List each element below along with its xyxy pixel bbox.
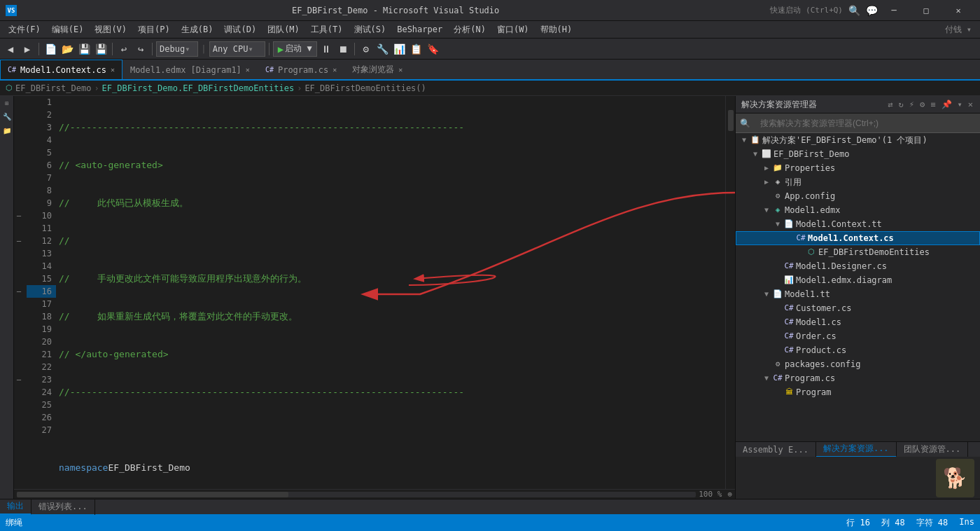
tab-program[interactable]: C# Program.cs ✕	[258, 60, 344, 79]
tab-model1-context[interactable]: C# Model1.Context.cs ✕	[0, 60, 122, 79]
tab-model1-edmx[interactable]: Model1.edmx [Diagram1] ✕	[122, 60, 258, 79]
panel-settings-icon[interactable]: ⚙	[918, 99, 926, 109]
breadcrumb-part2[interactable]: EF_DBFirst_Demo.EF_DBFirstDemoEntities	[102, 83, 295, 93]
bottom-tab-solution[interactable]: 解决方案资源...	[816, 442, 897, 457]
tree-program-class[interactable]: ▶ 🏛 Program	[736, 385, 980, 399]
toolbar-more5[interactable]: 🔖	[426, 41, 441, 57]
toolbar-back[interactable]: ◀	[3, 41, 18, 57]
zoom-controls[interactable]: ⊕	[727, 490, 735, 499]
tab-close-button[interactable]: ✕	[398, 66, 402, 74]
tab-close-button[interactable]: ✕	[111, 66, 115, 74]
menu-help[interactable]: 帮助(H)	[535, 21, 578, 39]
toolbar-more1[interactable]: ⚙	[358, 41, 374, 57]
tree-product[interactable]: ▶ C# Product.cs	[736, 343, 980, 357]
toolbar-more4[interactable]: 📋	[409, 41, 424, 57]
expand-12[interactable]: ─	[14, 235, 24, 247]
toolbar-undo[interactable]: ↩	[116, 41, 132, 57]
menu-team[interactable]: 团队(M)	[262, 21, 305, 39]
expand-23[interactable]: ─	[14, 373, 24, 386]
tab-close-button[interactable]: ✕	[246, 66, 250, 74]
restore-button[interactable]: □	[910, 0, 942, 21]
menu-build[interactable]: 生成(B)	[176, 21, 219, 39]
toolbar-more3[interactable]: 📊	[392, 41, 407, 57]
tab-close-button[interactable]: ✕	[332, 66, 337, 74]
menu-test[interactable]: 测试(S)	[349, 21, 392, 39]
menu-debug[interactable]: 调试(D)	[218, 21, 262, 39]
tree-designer-cs[interactable]: ▶ C# Model1.Designer.cs	[736, 259, 980, 273]
toolbar-redo[interactable]: ↪	[133, 41, 148, 57]
horizontal-thumb[interactable]	[17, 492, 288, 497]
tree-project[interactable]: ▼ ⬜ EF_DBFirst_Demo	[736, 147, 980, 161]
toolbar-open[interactable]: 📂	[59, 41, 75, 57]
tree-entities[interactable]: ▶ ⬡ EF_DBFirstDemoEntities	[736, 245, 980, 259]
expand-icon[interactable]: ▶	[761, 177, 772, 188]
expand-icon[interactable]: ▶	[761, 163, 772, 174]
toolbar-more2[interactable]: 🔧	[375, 41, 391, 57]
start-button[interactable]: ▶ 启动 ▼	[273, 41, 317, 57]
bottom-tab-output[interactable]: 输出	[0, 499, 31, 515]
sidebar-explorer-icon[interactable]: 📁	[1, 125, 13, 136]
toolbar-pause[interactable]: ⏸	[318, 41, 334, 57]
tree-references[interactable]: ▶ ◈ 引用	[736, 175, 980, 189]
panel-sync-icon[interactable]: ⇄	[886, 99, 894, 109]
panel-close-icon[interactable]: ✕	[967, 99, 974, 109]
tree-packages[interactable]: ▶ ⚙ packages.config	[736, 357, 980, 371]
bottom-tab-assembly[interactable]: Assembly E...	[736, 442, 816, 457]
vertical-scrollbar[interactable]	[725, 96, 735, 489]
expand-16[interactable]: ─	[14, 285, 24, 298]
config-dropdown[interactable]: Debug ▾	[156, 41, 198, 57]
menu-project[interactable]: 项目(P)	[132, 21, 176, 39]
expand-icon[interactable]: ▼	[750, 149, 761, 160]
horizontal-scrollbar[interactable]	[17, 492, 696, 497]
sidebar-toolbox-icon[interactable]: 🔧	[1, 111, 13, 122]
tab-object-browser[interactable]: 对象浏览器 ✕	[344, 60, 410, 79]
expand-10[interactable]: ─	[14, 209, 24, 222]
close-button[interactable]: ✕	[942, 0, 974, 21]
solution-search-input[interactable]	[755, 114, 980, 132]
tree-properties[interactable]: ▶ 📁 Properties	[736, 161, 980, 175]
menu-window[interactable]: 窗口(W)	[491, 21, 535, 39]
breadcrumb-part3[interactable]: EF_DBFirstDemoEntities()	[304, 83, 426, 93]
expand-icon[interactable]: ▼	[761, 205, 772, 216]
tree-solution[interactable]: ▼ 📋 解决方案'EF_DBFirst_Demo'(1 个项目)	[736, 133, 980, 147]
expand-icon[interactable]: ▼	[772, 219, 783, 230]
code-lines[interactable]: //--------------------------------------…	[59, 96, 725, 489]
scrollbar-thumb[interactable]	[728, 110, 734, 131]
bottom-tab-errors[interactable]: 错误列表...	[31, 499, 95, 515]
menu-view[interactable]: 视图(V)	[89, 21, 132, 39]
toolbar-forward[interactable]: ▶	[20, 41, 35, 57]
tree-program-cs[interactable]: ▼ C# Program.cs	[736, 371, 980, 385]
panel-filter-icon[interactable]: ⚡	[908, 99, 916, 109]
menu-tools[interactable]: 工具(T)	[305, 21, 349, 39]
toolbar-stop[interactable]: ⏹	[335, 41, 351, 57]
menu-edit[interactable]: 编辑(E)	[46, 21, 90, 39]
expand-icon[interactable]: ▼	[761, 373, 772, 384]
menu-file[interactable]: 文件(F)	[3, 21, 46, 39]
menu-besharper[interactable]: BeSharper	[391, 21, 448, 39]
code-editor[interactable]: ─ ─ ─ ─	[14, 96, 735, 499]
toolbar-save[interactable]: 💾	[76, 41, 92, 57]
tree-appconfig[interactable]: ▶ ⚙ App.config	[736, 189, 980, 203]
tree-model1-tt[interactable]: ▼ 📄 Model1.tt	[736, 287, 980, 301]
tree-diagram[interactable]: ▶ 📊 Model1.edmx.diagram	[736, 273, 980, 287]
tree-context-tt[interactable]: ▼ 📄 Model1.Context.tt	[736, 217, 980, 231]
menu-analyze[interactable]: 分析(N)	[448, 21, 491, 39]
bottom-tab-team[interactable]: 团队资源管...	[897, 442, 969, 457]
expand-icon[interactable]: ▼	[761, 289, 772, 300]
toolbar-new[interactable]: 📄	[43, 41, 58, 57]
feedback-icon[interactable]: 💬	[866, 5, 878, 16]
search-icon[interactable]: 🔍	[848, 5, 860, 16]
tree-model1edmx[interactable]: ▼ ◈ Model1.edmx	[736, 203, 980, 217]
tree-model1cs[interactable]: ▶ C# Model1.cs	[736, 315, 980, 329]
panel-dropdown-icon[interactable]: ▾	[956, 99, 964, 109]
tree-customer[interactable]: ▶ C# Customer.cs	[736, 301, 980, 315]
panel-refresh-icon[interactable]: ↻	[897, 99, 905, 109]
panel-prop-icon[interactable]: ≡	[929, 99, 937, 109]
platform-dropdown[interactable]: Any CPU ▾	[209, 41, 265, 57]
toolbar-save-all[interactable]: 💾	[93, 41, 108, 57]
breadcrumb-part1[interactable]: EF_DBFirst_Demo	[15, 83, 91, 93]
tree-context-cs[interactable]: ▶ C# Model1.Context.cs	[736, 231, 980, 245]
sidebar-server-icon[interactable]: ⊞	[2, 99, 12, 108]
panel-pin-icon[interactable]: 📌	[940, 99, 953, 109]
tree-order[interactable]: ▶ C# Order.cs	[736, 329, 980, 343]
